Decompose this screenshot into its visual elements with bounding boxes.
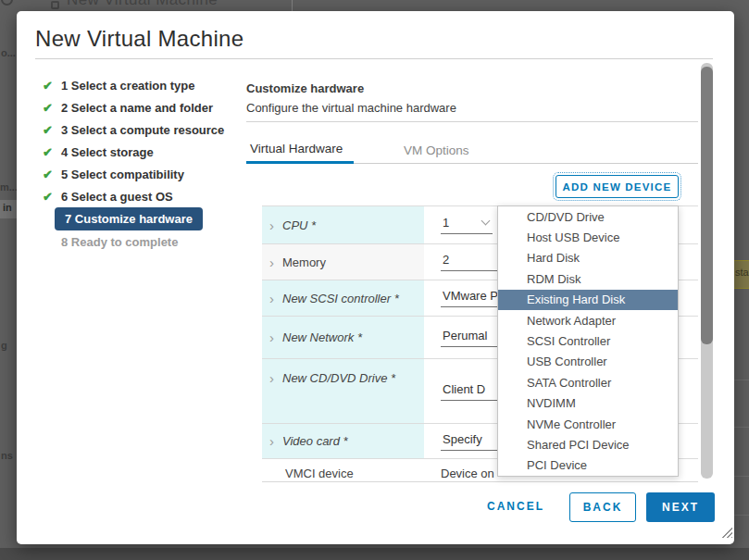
menu-item-host-usb-device[interactable]: Host USB Device <box>498 227 678 247</box>
expand-chevron-icon[interactable] <box>269 218 274 232</box>
check-icon <box>43 123 61 137</box>
chevron-down-icon <box>481 217 491 226</box>
check-icon <box>43 190 61 204</box>
step-label: 1 Select a creation type <box>61 79 195 93</box>
step-label: 3 Select a compute resource <box>61 123 224 137</box>
hardware-tabs: Virtual Hardware VM Options <box>246 139 698 164</box>
select-value: Client D <box>443 382 485 396</box>
wizard-step-6[interactable]: 6 Select a guest OS <box>43 185 242 207</box>
menu-item-shared-pci-device[interactable]: Shared PCI Device <box>498 434 678 454</box>
menu-item-network-adapter[interactable]: Network Adapter <box>498 310 678 330</box>
dialog-title: New Virtual Machine <box>35 26 243 52</box>
vmci-value: Device on <box>441 467 494 480</box>
wizard-step-1[interactable]: 1 Select a creation type <box>43 74 242 96</box>
row-label-cell: CPU * <box>262 206 424 243</box>
select-value: 1 <box>443 216 449 230</box>
expand-chevron-icon[interactable] <box>269 371 274 385</box>
menu-item-pci-device[interactable]: PCI Device <box>498 455 678 476</box>
tab-vm-options[interactable]: VM Options <box>404 143 469 157</box>
panel-heading: Customize hardware <box>246 81 364 95</box>
wizard-step-2[interactable]: 2 Select a name and folder <box>43 96 242 118</box>
wizard-step-8: 8 Ready to complete <box>43 230 242 253</box>
row-label-cell: New SCSI controller * <box>262 280 424 316</box>
select-value: 2 <box>443 253 449 267</box>
menu-item-nvdimm[interactable]: NVDIMM <box>498 393 678 414</box>
row-label-cell: Video card * <box>262 424 424 458</box>
check-icon <box>43 145 61 159</box>
menu-item-existing-hard-disk[interactable]: Existing Hard Disk <box>498 290 678 310</box>
step-label: 8 Ready to complete <box>61 235 178 249</box>
add-new-device-button[interactable]: ADD NEW DEVICE <box>556 175 679 198</box>
add-device-dropdown-menu: CD/DVD Drive Host USB Device Hard Disk R… <box>497 205 679 477</box>
expand-chevron-icon[interactable] <box>269 330 274 344</box>
row-label: Memory <box>282 255 326 269</box>
background-text-fragment: ns <box>1 450 13 461</box>
row-label: New Network * <box>282 330 362 344</box>
select-value: Perumal <box>443 329 487 342</box>
menu-item-hard-disk[interactable]: Hard Disk <box>498 248 678 268</box>
background-table-line <box>734 476 749 477</box>
step-label: 7 Customize hardware <box>65 212 193 226</box>
divider <box>292 0 293 11</box>
background-text-fragment: o... <box>1 47 16 58</box>
row-label-cell: VMCI device <box>262 459 424 482</box>
cancel-button[interactable]: CANCEL <box>487 500 544 513</box>
background-table-line <box>734 380 749 380</box>
globe-icon <box>1 0 13 6</box>
background-text-fragment: m... <box>0 181 18 193</box>
row-label-cell: New CD/DVD Drive * <box>262 359 424 423</box>
wizard-step-7-active[interactable]: 7 Customize hardware <box>55 207 203 230</box>
row-label: Video card * <box>282 434 348 448</box>
background-taskbar <box>0 548 749 560</box>
check-icon <box>43 168 61 181</box>
expand-chevron-icon[interactable] <box>269 292 274 305</box>
menu-item-sata-controller[interactable]: SATA Controller <box>498 372 678 392</box>
step-label: 4 Select storage <box>61 145 154 159</box>
background-text-fragment: g <box>1 340 7 351</box>
checkbox-icon <box>51 1 59 9</box>
cpu-count-select[interactable]: 1 <box>441 216 493 234</box>
scrollbar-thumb[interactable] <box>701 67 713 344</box>
next-button[interactable]: NEXT <box>646 492 715 522</box>
menu-item-scsi-controller[interactable]: SCSI Controller <box>498 330 678 351</box>
check-icon <box>43 79 61 93</box>
menu-item-usb-controller[interactable]: USB Controller <box>498 352 678 372</box>
step-label: 6 Select a guest OS <box>61 190 173 204</box>
expand-chevron-icon[interactable] <box>269 434 274 448</box>
row-label: CPU * <box>282 218 316 232</box>
divider <box>35 58 713 59</box>
row-label: New SCSI controller * <box>282 292 399 305</box>
panel-subheading: Configure the virtual machine hardware <box>246 101 456 115</box>
background-window-title: New Virtual Machine <box>67 0 218 9</box>
row-label: VMCI device <box>285 467 354 480</box>
step-label: 5 Select compatibility <box>61 168 184 181</box>
resize-handle-icon[interactable] <box>721 527 732 538</box>
row-label-cell: New Network * <box>262 317 424 358</box>
menu-item-cddvd-drive[interactable]: CD/DVD Drive <box>498 206 678 227</box>
select-value: VMware P <box>443 289 498 303</box>
step-label: 2 Select a name and folder <box>61 101 213 115</box>
background-table-line <box>734 515 749 516</box>
background-app-topbar: New Virtual Machine <box>0 0 749 11</box>
wizard-step-5[interactable]: 5 Select compatibility <box>43 163 242 185</box>
menu-item-nvme-controller[interactable]: NVMe Controller <box>498 414 678 434</box>
menu-item-rdm-disk[interactable]: RDM Disk <box>498 268 678 289</box>
row-label-cell: Memory <box>262 244 424 280</box>
background-warning-row: sta <box>734 260 749 289</box>
new-vm-wizard-dialog: New Virtual Machine 1 Select a creation … <box>17 11 734 544</box>
row-label: New CD/DVD Drive * <box>282 371 395 385</box>
tab-virtual-hardware[interactable]: Virtual Hardware <box>246 142 354 164</box>
back-button[interactable]: BACK <box>569 492 636 522</box>
wizard-step-4[interactable]: 4 Select storage <box>43 141 242 163</box>
wizard-steps-nav: 1 Select a creation type 2 Select a name… <box>43 74 242 253</box>
divider <box>246 121 698 122</box>
background-table-line <box>734 427 749 428</box>
check-icon <box>43 101 61 115</box>
select-value: Specify <box>443 432 482 446</box>
expand-chevron-icon[interactable] <box>269 255 274 269</box>
background-text-fragment: in <box>3 202 12 213</box>
wizard-step-3[interactable]: 3 Select a compute resource <box>43 118 242 141</box>
